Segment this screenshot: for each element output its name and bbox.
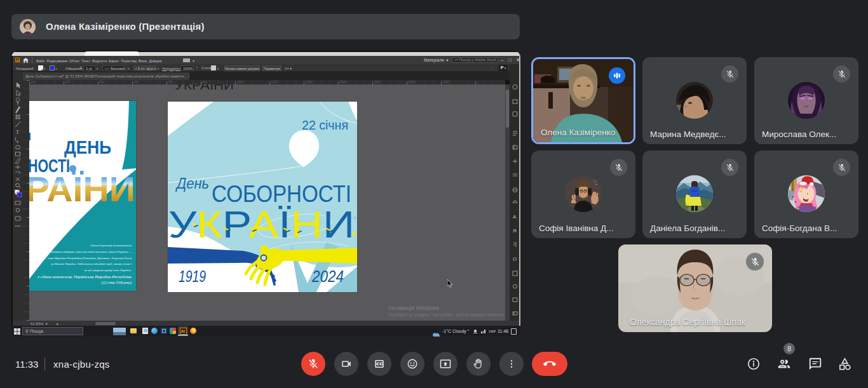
svg-text:РАЇНИ: РАЇНИ [29, 169, 135, 209]
svg-text:СОБОРНОСТІ: СОБОРНОСТІ [212, 181, 351, 207]
svg-text:Я: Я [513, 228, 517, 234]
svg-text:T: T [16, 130, 20, 135]
svg-text:A: A [513, 214, 517, 220]
svg-text:День: День [175, 175, 209, 192]
svg-text:ДЕНЬ: ДЕНЬ [64, 137, 111, 157]
svg-text:1919: 1919 [179, 267, 206, 285]
svg-text:O: O [513, 257, 517, 262]
svg-text:УКРАЇНИ: УКРАЇНИ [175, 84, 234, 90]
svg-text:УКРАЇНИ: УКРАЇНИ [168, 203, 355, 246]
svg-text:22 січня: 22 січня [302, 118, 348, 132]
svg-text:2024: 2024 [311, 267, 344, 285]
